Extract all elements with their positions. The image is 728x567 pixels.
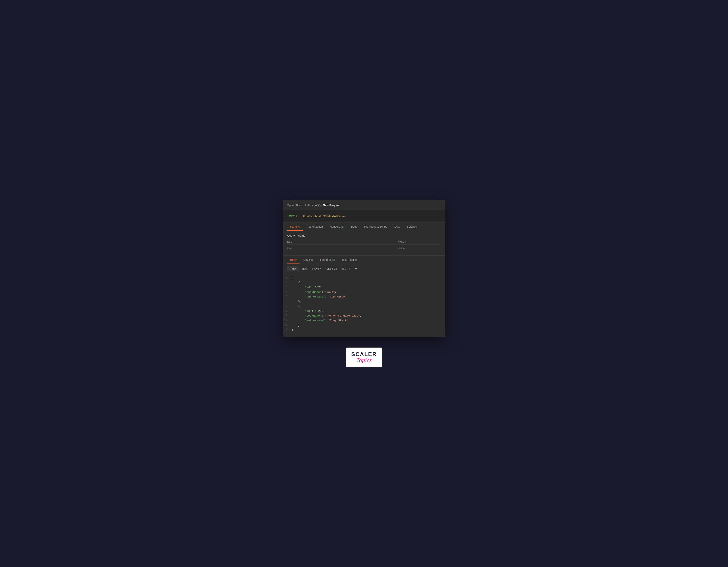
chevron-down-icon: ∨: [296, 215, 298, 218]
code-line-7: 7 {: [283, 304, 445, 309]
preview-button[interactable]: Preview: [310, 266, 324, 271]
code-line-3: 3 "id": 1325,: [283, 285, 445, 290]
code-line-10: 10 "authorName": "Tony Stark": [283, 318, 445, 323]
params-table: KEY VALUE: [287, 239, 441, 252]
logo-topics-text: Topics: [351, 357, 377, 364]
tab-settings[interactable]: Settings: [404, 222, 420, 231]
value-header: VALUE: [398, 241, 441, 243]
code-line-2: 2 {: [283, 280, 445, 285]
params-header: KEY VALUE: [287, 239, 441, 245]
breadcrumb-current: New Request: [323, 204, 340, 207]
tab-authorization[interactable]: Authorization: [304, 222, 326, 231]
response-tab-cookies[interactable]: Cookies: [300, 256, 316, 264]
raw-button[interactable]: Raw: [300, 266, 309, 271]
key-header: KEY: [287, 241, 398, 243]
word-wrap-button[interactable]: ⇌: [354, 267, 357, 270]
response-tab-body[interactable]: Body: [287, 256, 300, 264]
method-label: GET: [289, 215, 295, 218]
method-dropdown[interactable]: GET ∨: [287, 213, 300, 219]
json-format-select[interactable]: JSON ∨: [340, 266, 352, 271]
pretty-button[interactable]: Pretty: [287, 266, 299, 271]
code-area: 1 [ 2 { 3 "id": 1325, 4 "bookN: [283, 274, 445, 337]
code-line-6: 6 },: [283, 299, 445, 304]
postman-window: Spring Boot with MongoDB / New Request G…: [283, 200, 445, 337]
scaler-logo: SCALER Topics: [346, 348, 382, 367]
response-tab-headers[interactable]: Headers (5): [317, 256, 338, 264]
format-bar: Pretty Raw Preview Visualize JSON ∨ ⇌: [283, 264, 445, 274]
url-input[interactable]: [301, 214, 441, 219]
logo-wrapper: SCALER Topics: [346, 348, 382, 367]
query-params-title: Query Params: [287, 234, 441, 237]
code-line-8: 8 "id": 1329,: [283, 309, 445, 314]
breadcrumb-bar: Spring Boot with MongoDB / New Request: [283, 200, 445, 210]
chevron-down-icon: ∨: [349, 268, 351, 270]
value-input[interactable]: [398, 247, 434, 250]
code-line-1: 1 [: [283, 276, 445, 280]
tab-prerequest[interactable]: Pre-request Script: [361, 222, 390, 231]
tab-tests[interactable]: Tests: [390, 222, 403, 231]
code-line-5: 5 "authorName": "Tom Hardy": [283, 295, 445, 299]
tab-body[interactable]: Body: [348, 222, 360, 231]
response-section: Body Cookies Headers (5) Test Results Pr…: [283, 255, 445, 337]
code-line-12: 12 ]: [283, 328, 445, 332]
code-line-9: 9 "bookName": "Python Fundamentals",: [283, 314, 445, 318]
breadcrumb: Spring Boot with MongoDB / New Request: [287, 204, 341, 207]
code-line-11: 11 }: [283, 323, 445, 328]
query-params-section: Query Params KEY VALUE: [283, 231, 445, 255]
request-bar: GET ∨: [283, 210, 445, 222]
key-input[interactable]: [287, 247, 323, 250]
breadcrumb-path: Spring Boot with MongoDB: [287, 204, 321, 207]
visualize-button[interactable]: Visualize: [325, 266, 339, 271]
response-tabs-bar: Body Cookies Headers (5) Test Results: [283, 255, 445, 264]
code-line-4: 4 "bookName": "Java",: [283, 290, 445, 295]
params-row: [287, 245, 441, 252]
tab-params[interactable]: Params: [287, 222, 303, 231]
tab-headers[interactable]: Headers (6): [327, 222, 347, 231]
request-tabs-bar: Params Authorization Headers (6) Body Pr…: [283, 222, 445, 231]
response-tab-testresults[interactable]: Test Results: [339, 256, 360, 264]
